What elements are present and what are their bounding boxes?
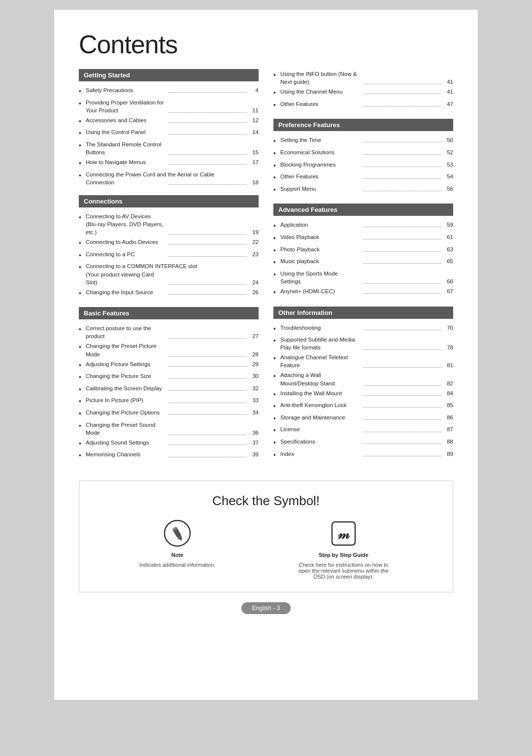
page-num: 47 [443,100,453,108]
page-num: 66 [443,277,453,285]
entry-text: Index [280,450,361,458]
dots [363,239,442,240]
page-num: 14 [249,128,259,136]
entry: Providing Proper Ventilation for Your Pr… [86,99,259,114]
entry: Supported Subtitle and Media Play file f… [280,336,453,351]
entry: Specifications 88 [280,438,453,446]
list-item: • Music playback 65 [273,256,453,269]
pencil-icon [164,520,191,547]
entry-text: Setting the Time [280,136,361,144]
bullet-icon: • [273,414,280,424]
entry: Index 89 [280,450,453,458]
entry-text: (Your product viewing Card Slot) [86,271,166,286]
dots [363,154,442,155]
entry: Adjusting Sound Settings 37 [86,439,259,447]
entry-text: Providing Proper Ventilation for Your Pr… [86,99,166,114]
dots [363,178,442,179]
bullet-icon: • [273,137,280,146]
list-item: • Application 59 [273,220,453,232]
dots [168,390,247,391]
entry: Application 59 [280,221,453,229]
dots [168,414,247,415]
entry-text: Adjusting Sound Settings [86,439,166,447]
page-num: 85 [443,401,453,409]
note-icon-box [163,518,192,548]
toc-columns: Getting Started • Safety Precautions 4 •… [79,69,453,466]
entry-text: Analogue Channel Teletext Feature [280,353,361,369]
page-num: 28 [249,350,259,358]
entry-text: Connecting to Audio Devices [86,238,166,246]
entry: Connecting to Audio Devices 22 [86,238,259,246]
bullet-icon: • [79,99,86,109]
page-num: 65 [443,257,453,265]
dots [363,263,442,264]
list-item: • Storage and Maintenance 86 [273,412,453,425]
entry: Troubleshooting 70 [280,324,453,332]
entry: Connecting to a PC 23 [86,250,259,258]
bullet-icon: • [79,141,86,151]
bullet-icon: • [273,324,280,334]
dots [363,367,442,368]
entry: License 87 [280,425,453,433]
entry-text: Safety Precautions [86,86,166,94]
bullet-icon: • [79,263,86,273]
entry-text: Using the INFO button (Now & Next guide) [280,70,361,86]
bullet-icon: • [273,221,280,231]
entry: Storage and Maintenance 86 [280,413,453,421]
entry: Attaching a Wall Mount/Desktop Stand 82 [280,371,453,387]
bullet-icon: • [79,343,86,352]
list-item: • Specifications 88 [273,437,453,449]
dots [168,284,247,285]
other-information-list: • Troubleshooting 70 • Supported Subtitl… [273,323,453,461]
entry-text: Changing the Picture Size [86,372,166,380]
page-num: 54 [443,172,453,180]
entry: Using the Sports Mode Settings 66 [280,270,453,285]
bullet-icon: • [79,159,86,169]
entry: Picture In Picture (PIP) 33 [86,396,259,404]
page-num: 19 [249,228,259,236]
dots [168,457,247,457]
list-item: • Installing the Wall Mount 84 [273,388,453,401]
page-num: 23 [249,250,259,258]
bullet-icon: • [79,239,86,248]
entry-text: Using the Control Panel [86,128,166,136]
dots [168,164,247,165]
entry: Adjusting Picture Settings 29 [86,360,259,368]
page-num: 86 [443,413,453,421]
entry-text: Supported Subtitle and Media Play file f… [280,336,361,351]
bullet-icon: • [79,421,86,431]
symbol-section: Check the Symbol! Note Indicates additio… [79,481,453,592]
dots [168,366,247,367]
page-num: 15 [249,148,259,156]
dots [168,403,247,403]
list-item: • The Standard Remote Control Buttons 15 [79,139,259,157]
entry: Other Features 54 [280,172,453,180]
bullet-icon: • [79,439,86,449]
dots [168,356,247,357]
dots [363,251,442,252]
list-item: • Index 89 [273,449,453,461]
page-num: 17 [249,158,259,166]
list-item: • Connecting to Audio Devices 22 [79,237,259,249]
list-item: • Economical Solutions 52 [273,147,453,160]
bullet-icon: • [79,129,86,138]
bullet-icon: • [79,361,86,371]
list-item: • Other Features 54 [273,172,453,184]
page-num: 29 [249,360,259,368]
page-num: 50 [443,136,453,144]
bullet-icon: • [273,173,280,183]
dots [363,385,442,386]
dots [168,234,247,235]
list-item: • Blocking Programmes 53 [273,160,453,172]
entry-text: (Blu-ray Players, DVD Players, etc.) [86,220,166,236]
page-num: 70 [443,324,453,332]
symbol-section-title: Check the Symbol! [99,493,433,509]
getting-started-list: • Safety Precautions 4 • Providing Prope… [79,85,259,187]
dots [363,349,442,350]
page-num: 33 [249,396,259,404]
bullet-icon: • [79,409,86,419]
entry-text: Correct posture to use the product [86,324,166,340]
list-item: • Changing the Input Source 26 [79,287,259,300]
list-item: • Anti-theft Kensington Lock 85 [273,400,453,412]
entry: Support Menu 56 [280,185,453,193]
